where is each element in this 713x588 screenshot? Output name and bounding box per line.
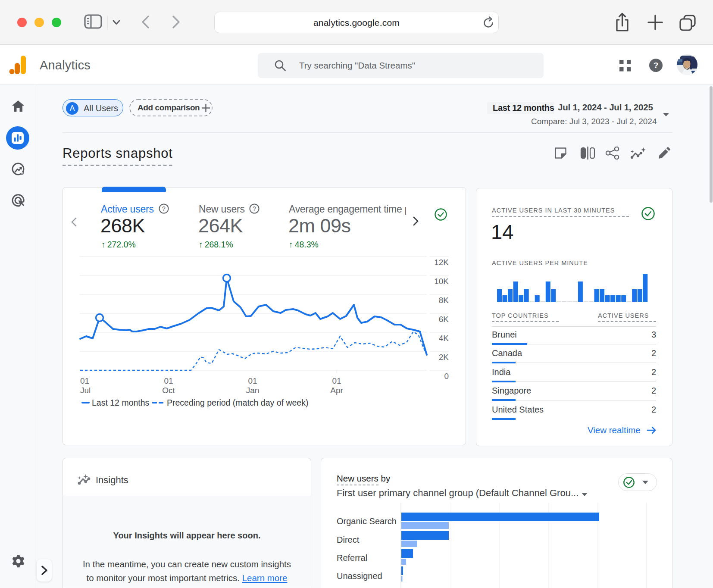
svg-text:Preceding period (match day of: Preceding period (match day of week) <box>167 398 308 407</box>
svg-text:01: 01 <box>164 376 173 385</box>
svg-text:Jul: Jul <box>80 386 91 395</box>
svg-text:Referral: Referral <box>337 553 367 563</box>
svg-text:Apr: Apr <box>330 386 343 395</box>
svg-text:12K: 12K <box>434 258 449 267</box>
svg-text:4K: 4K <box>439 334 449 343</box>
svg-text:10K: 10K <box>434 277 449 286</box>
svg-text:Unassigned: Unassigned <box>337 571 382 581</box>
svg-text:8K: 8K <box>439 296 449 305</box>
svg-text:0: 0 <box>444 372 449 381</box>
svg-text:2K: 2K <box>439 353 449 362</box>
svg-text:01: 01 <box>332 376 341 385</box>
svg-text:Oct: Oct <box>162 386 175 395</box>
svg-text:01: 01 <box>248 376 257 385</box>
svg-text:Direct: Direct <box>337 535 360 544</box>
svg-text:Jan: Jan <box>246 386 260 395</box>
svg-text:Last 12 months: Last 12 months <box>92 398 150 407</box>
svg-text:01: 01 <box>80 376 89 385</box>
svg-text:6K: 6K <box>439 315 449 324</box>
svg-text:Organic Search: Organic Search <box>337 516 397 526</box>
